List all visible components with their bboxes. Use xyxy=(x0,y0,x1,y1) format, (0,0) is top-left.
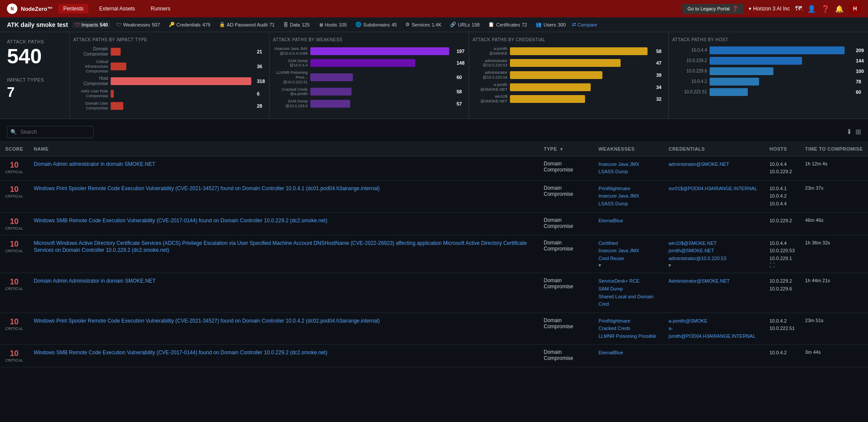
badge-credentials-value: 479 xyxy=(202,22,210,27)
chart-host-bar-1 xyxy=(710,46,852,54)
time-to-compromise: 1h 12m 4s xyxy=(805,161,827,166)
compare-button[interactable]: ⇄ Compare xyxy=(572,22,597,27)
time-to-compromise: 1h 36m 32s xyxy=(805,240,830,245)
certificate-icon: 📋 xyxy=(488,22,494,27)
col-weaknesses: WEAKNESSES xyxy=(593,142,663,156)
chart-cred-bar-5 xyxy=(510,95,652,103)
weakness-item-0[interactable]: EternalBlue xyxy=(598,349,658,357)
credential-item-2[interactable]: administrator@10.0.220.53 xyxy=(668,255,759,263)
legacy-portal-button[interactable]: Go to Legacy Portal ❓ xyxy=(682,4,743,14)
table-header: SCORE NAME TYPE ▾ WEAKNESSES CREDENTIALS… xyxy=(0,142,868,156)
row-name-link[interactable]: Microsoft Windows Active Directory Certi… xyxy=(34,240,527,254)
fullscreen-icon[interactable]: ⛶ xyxy=(769,262,775,268)
credential-item-0[interactable]: a-jsmith@SMOKE xyxy=(668,317,759,325)
weakness-item-1[interactable]: Cracked Creds xyxy=(598,325,658,333)
chart-weakness-val-3: 60 xyxy=(457,75,465,80)
chart-impact-label-2: Critical InfrastructureCompromise xyxy=(73,59,108,73)
host-item-0: 10.0.4.2 xyxy=(769,317,795,325)
weakness-item-1[interactable]: SAM Dump xyxy=(598,285,658,293)
chart-cred-bar-3 xyxy=(510,71,652,79)
chart-cred-row-1: a-jsmith@SMOKE 58 xyxy=(473,46,665,56)
badge-certificates[interactable]: 📋 Certificates 72 xyxy=(486,21,529,28)
nav-tab-external-assets[interactable]: External Assets xyxy=(94,4,140,13)
weakness-item-2[interactable]: LLMNR Poisoning Possible xyxy=(598,333,658,340)
app-name: NodeZero™ xyxy=(21,6,53,12)
weakness-item-0[interactable]: Certifried xyxy=(598,240,658,247)
row-name-link[interactable]: Windows Print Spooler Remote Code Execut… xyxy=(34,185,380,191)
nav-tab-runners[interactable]: Runners xyxy=(145,4,175,13)
row-6-score-cell: 10CRITICAL xyxy=(0,345,29,367)
host-item-0: 10.0.4.4 xyxy=(769,240,795,247)
help-icon[interactable]: ❓ xyxy=(821,5,830,13)
weakness-item-1[interactable]: Insecure Java JMX xyxy=(598,192,658,200)
credential-item-0[interactable]: Administrator@SMOKE.NET xyxy=(668,277,759,285)
weakness-item-0[interactable]: ServiceDesk+ RCE xyxy=(598,277,658,285)
row-4-name-cell: Domain Admin Administrator in domain SMO… xyxy=(29,273,539,313)
bell-icon[interactable]: 🔔 xyxy=(835,5,844,13)
weakness-item-0[interactable]: PrintNightmare xyxy=(598,185,658,193)
badge-subdomains[interactable]: 🌐 Subdomains 45 xyxy=(353,21,399,28)
chart-cred-label-4: a-jsmith@SMOKE.NET xyxy=(473,82,507,92)
map-icon[interactable]: 🗺 xyxy=(795,5,802,13)
row-name-link[interactable]: Windows SMB Remote Code Execution Vulner… xyxy=(34,349,328,356)
credential-item-1[interactable]: a-jsmith@POD04.H3AIRANGE.INTERNAL xyxy=(668,325,759,340)
score-label: CRITICAL xyxy=(5,170,23,174)
download-button[interactable]: ⬇ xyxy=(846,128,852,136)
row-name-link[interactable]: Domain Admin administrator in domain SMO… xyxy=(34,161,155,167)
badge-credentials[interactable]: 🔑 Credentials 479 xyxy=(166,21,213,28)
badge-impacts[interactable]: 🛡 Impacts 540 xyxy=(72,21,111,28)
badge-hosts-label: Hosts xyxy=(325,22,337,27)
weakness-item-0[interactable]: Insecure Java JMX xyxy=(598,161,658,168)
chart-impact-type: ATTACK PATHS BY IMPACT TYPE Domain Compr… xyxy=(70,32,269,119)
weakness-item-2[interactable]: LSASS Dump xyxy=(598,200,658,208)
credential-item-0[interactable]: administrator@SMOKE.NET xyxy=(668,161,759,168)
chart-host-label-3: 10.0.229.6 xyxy=(672,69,707,74)
row-name-link[interactable]: Windows Print Spooler Remote Code Execut… xyxy=(34,318,380,324)
nav-tab-pentests[interactable]: Pentests xyxy=(58,4,89,13)
badge-hosts[interactable]: 🖥 Hosts 105 xyxy=(316,21,349,28)
columns-button[interactable]: ⊞ xyxy=(855,128,861,136)
chart-cred-row-4: a-jsmith@SMOKE.NET 34 xyxy=(473,82,665,92)
badge-users-label: Users xyxy=(543,22,556,27)
credential-item-0[interactable]: win10$@SMOKE.NET xyxy=(668,240,759,247)
credential-item-0[interactable]: svr01$@POD04.H3AIRANGE.INTERNAL xyxy=(668,185,759,193)
col-hosts: HOSTS xyxy=(764,142,800,156)
link-icon: 🔗 xyxy=(450,22,456,27)
host-item-1: 10.0.229.6 xyxy=(769,285,795,293)
weakness-item-0[interactable]: PrintNightmare xyxy=(598,317,658,325)
globe-icon: 🌐 xyxy=(355,22,362,27)
row-type: Domain Compromise xyxy=(544,317,573,330)
chart-impact-val-5: 28 xyxy=(257,103,266,109)
weaknesses-expand-icon[interactable]: ▾ xyxy=(598,262,601,268)
row-name-link[interactable]: Windows SMB Remote Code Execution Vulner… xyxy=(34,218,328,224)
org-selector[interactable]: ▾ Horizon 3 AI Inc xyxy=(749,6,790,12)
type-sort-icon[interactable]: ▾ xyxy=(560,147,563,152)
chart-impact-val-3: 318 xyxy=(257,79,266,84)
col-type: TYPE ▾ xyxy=(539,142,593,156)
row-6-hosts-cell: 10.0.4.2 xyxy=(764,345,800,367)
user-circle-icon[interactable]: 👤 xyxy=(807,5,816,13)
row-name-link[interactable]: Domain Admin Administrator in domain SMO… xyxy=(34,278,156,284)
credentials-expand-icon[interactable]: ▾ xyxy=(668,262,671,268)
row-type: Domain Compromise xyxy=(544,217,573,229)
chart-host-label-1: 10.0.4.4 xyxy=(672,48,707,53)
chart-weakness: ATTACK PATHS BY WEAKNESS Insecure Java J… xyxy=(270,32,469,119)
avatar[interactable]: H xyxy=(849,3,861,15)
row-type: Domain Compromise xyxy=(544,161,573,173)
weakness-item-1[interactable]: LSASS Dump xyxy=(598,168,658,176)
badge-users[interactable]: 👥 Users 300 xyxy=(533,21,568,28)
badge-services[interactable]: ⚙ Services 1.4K xyxy=(403,21,444,28)
weakness-item-1[interactable]: Insecure Java JMX xyxy=(598,247,658,255)
badge-ad-password-audit[interactable]: 🔒 AD Password Audit 71 xyxy=(217,21,277,28)
weakness-item-0[interactable]: EternalBlue xyxy=(598,217,658,225)
weakness-item-2[interactable]: Cred Reuse xyxy=(598,255,658,263)
chart-impact-label-3: Host Compromise xyxy=(73,76,108,86)
badge-urls[interactable]: 🔗 URLs 158 xyxy=(447,21,482,28)
compare-icon: ⇄ xyxy=(572,22,576,27)
badge-data[interactable]: 🗄 Data 125 xyxy=(281,21,312,28)
chart-host-label-2: 10.0.229.2 xyxy=(672,58,707,63)
weakness-item-2[interactable]: Shared Local and Domain Cred xyxy=(598,293,658,308)
credential-item-1[interactable]: jsmith@SMOKE.NET xyxy=(668,247,759,255)
search-input[interactable] xyxy=(7,126,94,138)
badge-weaknesses[interactable]: 🛡 Weaknesses 507 xyxy=(114,21,162,28)
